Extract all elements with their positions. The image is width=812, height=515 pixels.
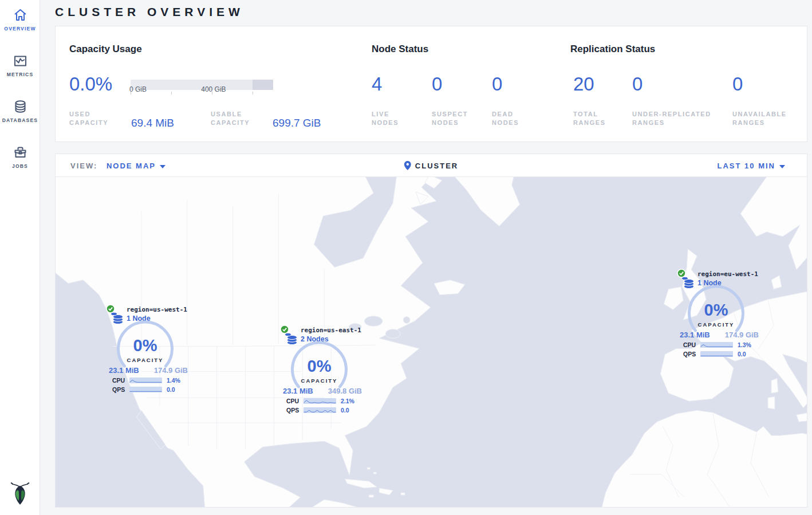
usable-value: 174.9 GiB (725, 331, 759, 339)
main-content: CLUSTER OVERVIEW Capacity Usage 0.0% 0 G… (40, 0, 812, 515)
node-status-title: Node Status (372, 44, 428, 55)
sidebar-item-databases[interactable]: DATABASES (0, 92, 40, 137)
locality-breadcrumb[interactable]: CLUSTER (404, 161, 458, 170)
capacity-label: CAPACITY (280, 378, 358, 384)
map-pin-icon (404, 161, 411, 170)
usable-capacity-value: 699.7 GiB (273, 117, 321, 129)
briefcase-icon (13, 145, 28, 160)
chevron-down-icon (160, 165, 165, 168)
metrics-chart-icon (13, 53, 28, 69)
cpu-label: CPU (683, 341, 700, 348)
capacity-label: CAPACITY (677, 321, 755, 328)
qps-value: 0.0 (167, 386, 175, 393)
usable-capacity-label: USABLE CAPACITY (211, 110, 260, 127)
unavailable-value: 0 (732, 73, 743, 95)
capacity-label: CAPACITY (106, 357, 184, 363)
cpu-sparkline (700, 342, 733, 348)
used-capacity-value: 69.4 MiB (131, 117, 174, 129)
capacity-used-percent: 0.0% (69, 73, 112, 95)
suspect-nodes-label: SUSPECT NODES (432, 110, 472, 127)
under-replicated-label: UNDER-REPLICATED RANGES (632, 110, 724, 127)
unavailable-label: UNAVAILABLE RANGES (732, 110, 801, 127)
cpu-label: CPU (112, 377, 129, 384)
dead-nodes-value: 0 (492, 73, 502, 95)
capacity-bar: 0 GiB 400 GiB (131, 80, 273, 93)
cockroachdb-logo (0, 481, 40, 508)
chevron-down-icon (779, 165, 785, 168)
capacity-percent: 0% (106, 336, 184, 355)
cpu-value: 1.4% (167, 377, 180, 384)
view-label: VIEW: (70, 162, 97, 170)
node-marker-us-west-1[interactable]: region=us-west-1 1 Node 0% CAPACITY 23.1… (106, 304, 203, 397)
live-nodes-label: LIVE NODES (372, 110, 412, 127)
cpu-value: 1.3% (738, 341, 751, 348)
time-range-selector[interactable]: LAST 10 MIN (718, 162, 785, 170)
capacity-tick-400: 400 GiB (201, 85, 226, 93)
sidebar-item-metrics[interactable]: METRICS (0, 46, 40, 92)
used-value: 23.1 MiB (680, 331, 710, 339)
cpu-sparkline (129, 378, 162, 383)
usable-value: 174.9 GiB (154, 366, 188, 375)
sidebar-item-jobs[interactable]: JOBS (0, 137, 40, 183)
total-ranges-value: 20 (573, 73, 594, 95)
qps-sparkline (700, 351, 733, 357)
qps-sparkline (303, 407, 336, 413)
dead-nodes-label: DEAD NODES (492, 110, 532, 127)
used-value: 23.1 MiB (283, 387, 313, 395)
sidebar-item-label: JOBS (0, 163, 40, 169)
cluster-summary-panel: Capacity Usage 0.0% 0 GiB 400 GiB USED C… (55, 26, 807, 142)
live-nodes-value: 4 (372, 73, 382, 95)
cpu-value: 2.1% (341, 398, 354, 404)
usable-value: 349.8 GiB (328, 387, 362, 395)
suspect-nodes-value: 0 (432, 73, 442, 95)
qps-label: QPS (683, 351, 700, 357)
qps-sparkline (129, 387, 162, 392)
sidebar-item-label: OVERVIEW (0, 26, 40, 32)
qps-value: 0.0 (341, 407, 349, 414)
capacity-percent: 0% (280, 357, 358, 376)
qps-label: QPS (286, 407, 303, 414)
map-toolbar: VIEW: NODE MAP CLUSTER LAST 10 MIN (56, 154, 807, 177)
cpu-sparkline (303, 398, 336, 404)
replication-status-title: Replication Status (570, 44, 655, 55)
sidebar-item-label: METRICS (0, 72, 40, 77)
home-icon (13, 7, 28, 23)
under-replicated-value: 0 (632, 73, 642, 95)
page-title: CLUSTER OVERVIEW (55, 5, 244, 19)
view-selector[interactable]: NODE MAP (107, 162, 165, 170)
sidebar: OVERVIEW METRICS DATABASES JOBS (0, 0, 40, 515)
sidebar-item-overview[interactable]: OVERVIEW (0, 0, 40, 46)
database-icon (13, 99, 28, 115)
node-marker-us-east-1[interactable]: region=us-east-1 2 Nodes 0% CAPACITY 23.… (280, 325, 377, 418)
capacity-percent: 0% (677, 301, 755, 320)
node-map-panel: VIEW: NODE MAP CLUSTER LAST 10 MIN (55, 154, 807, 508)
sidebar-item-label: DATABASES (0, 117, 40, 123)
qps-label: QPS (112, 386, 129, 393)
used-value: 23.1 MiB (109, 366, 139, 375)
capacity-tick-0: 0 GiB (129, 85, 147, 93)
total-ranges-label: TOTAL RANGES (573, 110, 613, 127)
capacity-usage-title: Capacity Usage (69, 44, 142, 55)
world-map: region=us-west-1 1 Node 0% CAPACITY 23.1… (56, 177, 807, 508)
cpu-label: CPU (286, 398, 303, 404)
used-capacity-label: USED CAPACITY (69, 110, 116, 127)
node-marker-eu-west-1[interactable]: region=eu-west-1 1 Node 0% CAPACITY 23.1… (677, 269, 774, 361)
qps-value: 0.0 (738, 351, 746, 357)
